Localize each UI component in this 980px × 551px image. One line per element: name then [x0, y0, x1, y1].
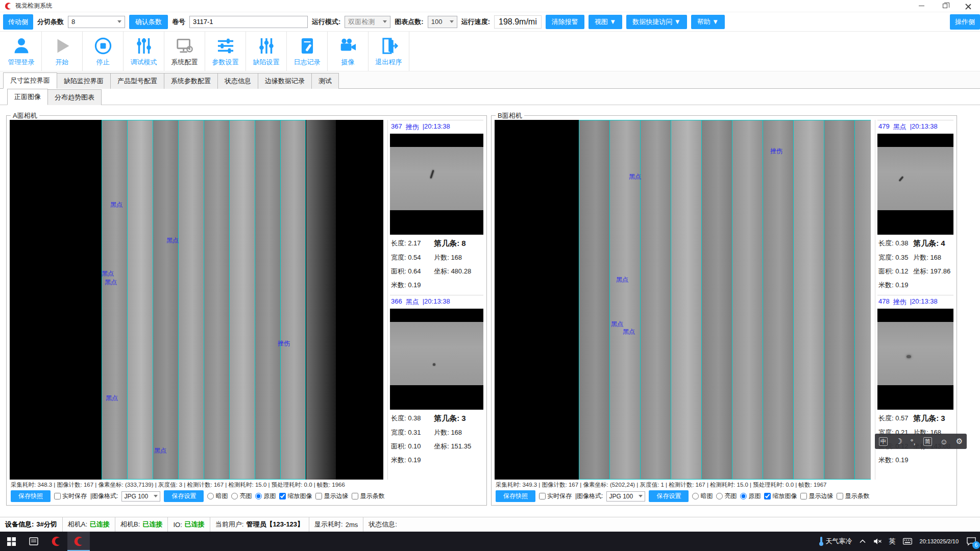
defect-thumbnail[interactable] [877, 309, 953, 410]
clear-alarm-button[interactable]: 清除报警 [546, 15, 584, 29]
action-center-button[interactable]: 6 [963, 532, 980, 551]
original-image-radio[interactable]: 原图 [255, 492, 276, 500]
tab-test[interactable]: 测试 [311, 73, 339, 89]
defect-thumbnail[interactable] [390, 134, 483, 235]
tab-defect-monitor[interactable]: 缺陷监控界面 [57, 73, 111, 89]
show-count-checkbox[interactable]: 显示条数 [352, 492, 384, 500]
operator-side-button[interactable]: 操作侧 [950, 14, 980, 30]
show-edge-checkbox[interactable]: 显示边缘 [800, 492, 833, 500]
defect-card-header[interactable]: 367 挫伤 |20:13:38 [390, 120, 483, 134]
running-app-button[interactable] [67, 532, 90, 551]
restore-button[interactable] [933, 0, 957, 12]
defect-thumbnail[interactable] [390, 309, 483, 410]
tab-status-info[interactable]: 状态信息 [217, 73, 258, 89]
bright-image-input[interactable] [231, 493, 238, 499]
pieces-label: 片数: [434, 254, 449, 261]
start-button[interactable]: 开始 [42, 32, 83, 71]
defect-card-header[interactable]: 478 挫伤 |20:13:38 [877, 295, 953, 309]
admin-login-button[interactable]: 管理登录 [1, 32, 42, 71]
show-count-input[interactable] [352, 493, 358, 499]
dark-image-radio[interactable]: 暗图 [692, 492, 713, 500]
original-image-input[interactable] [255, 493, 262, 499]
camera-b-image-view[interactable]: 挫伤 黑点 黑点 黑点 黑点 [495, 120, 871, 480]
start-button[interactable] [0, 532, 22, 551]
original-image-radio[interactable]: 原图 [740, 492, 761, 500]
ime-simplified-button[interactable]: 简 [923, 437, 932, 446]
dark-image-radio[interactable]: 暗图 [207, 492, 228, 500]
subtab-front-image[interactable]: 正面图像 [7, 89, 48, 105]
data-quick-access-menu-button[interactable]: 数据快捷访问 ▼ [626, 15, 687, 29]
task-view-button[interactable] [22, 532, 45, 551]
input-language-indicator[interactable]: 英 [886, 532, 899, 551]
dark-image-input[interactable] [207, 493, 214, 499]
debug-mode-button[interactable]: 调试模式 [124, 32, 164, 71]
volume-muted-button[interactable] [869, 532, 886, 551]
ime-fullwidth-moon-icon[interactable]: ☽ [895, 437, 902, 446]
show-edge-input[interactable] [800, 493, 807, 499]
camera-a-image-view[interactable]: 黑点 黑点 黑点 黑点 挫伤 黑点 黑点 [10, 120, 383, 480]
clock-widget[interactable]: 20:13 2025/2/10 [916, 532, 963, 551]
chart-points-select[interactable]: 100 [428, 16, 457, 28]
save-settings-button[interactable]: 保存设置 [164, 490, 204, 502]
strip-number-label: 第几条: [434, 414, 459, 422]
tab-size-monitor[interactable]: 尺寸监控界面 [3, 72, 57, 89]
save-snapshot-button[interactable]: 保存快照 [11, 490, 51, 502]
bright-image-radio[interactable]: 亮图 [716, 492, 737, 500]
zoom-image-input[interactable] [764, 493, 771, 499]
show-edge-input[interactable] [315, 493, 322, 499]
show-count-checkbox[interactable]: 显示条数 [837, 492, 869, 500]
image-format-select[interactable]: JPG 100 [121, 491, 160, 502]
system-config-button[interactable]: 系统配置 [164, 32, 205, 71]
roll-number-input[interactable] [189, 16, 308, 28]
realtime-save-input[interactable] [539, 493, 546, 499]
original-image-input[interactable] [740, 493, 747, 499]
defect-card-header[interactable]: 479 黑点 |20:13:38 [877, 120, 953, 134]
meters-value: 0.19 [408, 456, 421, 464]
bright-image-radio[interactable]: 亮图 [231, 492, 252, 500]
meters-value: 0.19 [408, 281, 421, 289]
minimize-button[interactable] [910, 0, 933, 12]
param-settings-button[interactable]: 参数设置 [205, 32, 246, 71]
tab-product-model-config[interactable]: 产品型号配置 [110, 73, 164, 89]
subtab-distribution-trend-chart[interactable]: 分布趋势图表 [47, 89, 102, 105]
show-count-input[interactable] [837, 493, 843, 499]
tab-edge-data-record[interactable]: 边缘数据记录 [258, 73, 312, 89]
length-value: 2.17 [408, 239, 421, 247]
stop-button[interactable]: 停止 [83, 32, 124, 71]
split-count-select[interactable]: 8 [68, 16, 125, 28]
show-edge-checkbox[interactable]: 显示边缘 [315, 492, 348, 500]
confirm-count-button[interactable]: 确认条数 [129, 15, 168, 29]
realtime-save-input[interactable] [54, 493, 61, 499]
tab-system-param-config[interactable]: 系统参数配置 [164, 73, 218, 89]
exit-program-button[interactable]: 退出程序 [369, 32, 409, 71]
zoom-image-checkbox[interactable]: 缩放图像 [764, 492, 797, 500]
realtime-save-checkbox[interactable]: 实时保存 [54, 492, 87, 500]
bright-image-input[interactable] [716, 493, 723, 499]
zoom-image-checkbox[interactable]: 缩放图像 [279, 492, 312, 500]
hidden-icons-button[interactable] [856, 532, 869, 551]
weather-widget[interactable]: 天气寒冷 [815, 532, 856, 551]
ime-settings-gear-icon[interactable]: ⚙ [956, 437, 963, 446]
defect-settings-button[interactable]: 缺陷设置 [246, 32, 287, 71]
dark-image-input[interactable] [692, 493, 699, 499]
ime-emoji-icon[interactable]: ☺ [940, 437, 948, 446]
pinned-app-button[interactable] [45, 532, 67, 551]
save-settings-button[interactable]: 保存设置 [649, 490, 689, 502]
run-mode-select[interactable]: 双面检测 [345, 16, 390, 28]
ime-chinese-mode-button[interactable]: 中 [879, 437, 888, 446]
drive-side-button[interactable]: 传动侧 [3, 14, 33, 30]
image-format-select[interactable]: JPG 100 [606, 491, 645, 502]
touch-keyboard-button[interactable] [899, 532, 916, 551]
defect-thumbnail[interactable] [877, 134, 953, 235]
log-record-button[interactable]: 日志记录 [287, 32, 328, 71]
save-snapshot-button[interactable]: 保存快照 [496, 490, 535, 502]
ime-punctuation-icon[interactable]: °, [910, 437, 915, 446]
help-menu-button[interactable]: 帮助 ▼ [691, 15, 725, 29]
zoom-image-input[interactable] [279, 493, 286, 499]
view-menu-button[interactable]: 视图 ▼ [589, 15, 622, 29]
close-button[interactable] [957, 0, 980, 12]
camera-a-status-line: 采集耗时: 348.3 | 图像计数: 167 | 像素坐标: (333,713… [10, 480, 483, 489]
realtime-save-checkbox[interactable]: 实时保存 [539, 492, 572, 500]
capture-button[interactable]: 摄像 [328, 32, 369, 71]
defect-card-header[interactable]: 366 黑点 |20:13:38 [390, 295, 483, 309]
